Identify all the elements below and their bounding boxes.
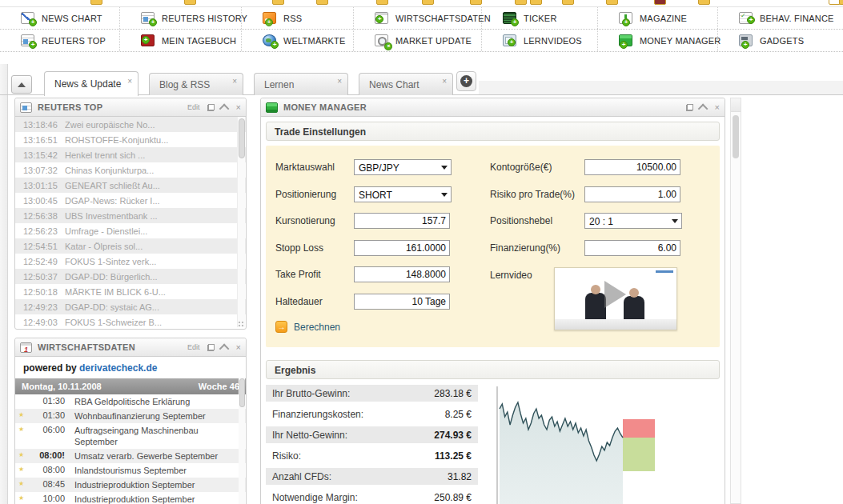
- news-row[interactable]: 12:50:18 MÄRKTE IM BLICK 6-U...: [15, 284, 246, 299]
- resize-grip[interactable]: [237, 320, 244, 327]
- toolbar-item[interactable]: MAGAZINE: [598, 7, 718, 29]
- toolbar-item-label: REUTERS HISTORY: [162, 14, 247, 23]
- form-select[interactable]: SHORT: [354, 186, 452, 202]
- result-value: 113.25 €: [435, 450, 478, 462]
- tab-label: Lernen: [255, 79, 337, 90]
- widget-icon: [263, 34, 276, 46]
- cropped-icon: [376, 0, 388, 5]
- close-icon[interactable]: ×: [236, 343, 241, 351]
- form-input[interactable]: [584, 240, 680, 256]
- form-input[interactable]: [584, 186, 680, 202]
- news-row[interactable]: 13:18:46 Zwei europäische No...: [15, 117, 246, 132]
- news-row[interactable]: 12:50:37 DGAP-DD: Bürgerlich...: [15, 269, 246, 284]
- news-time: 13:00:45: [15, 196, 65, 206]
- collapse-icon[interactable]: [219, 103, 229, 114]
- edit-button[interactable]: Edit: [187, 103, 200, 111]
- news-row[interactable]: 12:56:23 Umfrage - Dienstlei...: [15, 223, 246, 238]
- berechnen-button[interactable]: → Berechnen: [275, 321, 340, 333]
- toolbar-item[interactable]: REUTERS HISTORY: [120, 7, 242, 29]
- calendar-event-row: ★ 01:30 Wohnbaufinanzierung September: [15, 409, 246, 423]
- news-row[interactable]: 13:15:42 Henkel trennt sich ...: [15, 147, 246, 162]
- toolbar-item-label: LERNVIDEOS: [524, 36, 582, 46]
- news-row[interactable]: 12:54:51 Katar - Ölpreis sol...: [15, 238, 246, 254]
- collapse-toolbar-button[interactable]: [11, 75, 32, 94]
- form-input[interactable]: [354, 294, 450, 310]
- news-scrollbar[interactable]: [237, 117, 245, 327]
- news-row[interactable]: 12:49:03 FOKUS 1-Schweizer B...: [15, 314, 246, 330]
- tab-close-icon[interactable]: ×: [232, 77, 243, 92]
- trade-settings-form: MarktauswahlGBP/JPYPositionierungSHORTKu…: [266, 146, 720, 347]
- edit-button[interactable]: Edit: [187, 343, 200, 351]
- settings-section-header: Trade Einstellungen: [266, 122, 720, 141]
- widget-icon: [739, 34, 753, 46]
- collapse-icon[interactable]: [697, 103, 708, 114]
- toolbar-item[interactable]: NEWS CHART: [0, 7, 120, 29]
- toolbar-item-label: RSS: [283, 14, 302, 23]
- event-time: 01:30: [30, 410, 74, 420]
- news-time: 12:56:38: [15, 211, 65, 221]
- result-value: 31.82: [448, 471, 478, 482]
- news-row[interactable]: 12:56:38 UBS Investmentbank ...: [15, 208, 246, 223]
- toolbar-item[interactable]: BEHAV. FINANCE: [718, 7, 843, 29]
- form-select[interactable]: GBP/JPY: [354, 159, 452, 175]
- form-select[interactable]: 20 : 1: [584, 213, 682, 229]
- tab-close-icon[interactable]: ×: [127, 77, 138, 92]
- result-row: Anzahl CFDs: 31.82: [266, 468, 478, 485]
- news-row[interactable]: 13:01:15 GENEART schließt Au...: [15, 178, 246, 193]
- news-row[interactable]: 12:49:23 DGAP-DD: systaic AG...: [15, 299, 246, 314]
- form-input[interactable]: [584, 159, 680, 175]
- close-icon[interactable]: ×: [715, 103, 720, 111]
- popout-icon[interactable]: [686, 104, 693, 111]
- news-row[interactable]: 12:52:49 FOKUS 1-Sintez verk...: [15, 254, 246, 269]
- calendar-event-row: ★ 10:00 Industrieproduktion September: [15, 492, 246, 504]
- lernvideo-thumbnail[interactable]: [554, 267, 677, 330]
- result-value: 283.18 €: [434, 388, 478, 399]
- price-chart: [496, 385, 720, 504]
- popout-icon[interactable]: [207, 344, 215, 351]
- tab[interactable]: News Chart ×: [359, 73, 453, 95]
- scrollbar-thumb[interactable]: [239, 118, 245, 158]
- toolbar-item[interactable]: WELTMÄRKTE: [242, 30, 354, 51]
- scrollbar-thumb[interactable]: [733, 115, 739, 158]
- derivatecheck-link[interactable]: derivatecheck.de: [79, 362, 157, 374]
- page-scrollbar[interactable]: [730, 98, 741, 504]
- toolbar-item[interactable]: MARKET UPDATE: [354, 30, 482, 51]
- toolbar-item[interactable]: LERNVIDEOS: [482, 30, 598, 51]
- news-row[interactable]: 13:07:32 Chinas Konjunkturpa...: [15, 162, 246, 178]
- toolbar-item[interactable]: REUTERS TOP: [0, 30, 120, 51]
- toolbar-item[interactable]: GADGETS: [718, 30, 843, 51]
- collapsed-side-rail[interactable]: [0, 64, 8, 504]
- tab-close-icon[interactable]: ×: [442, 77, 452, 92]
- toolbar-item[interactable]: MONEY MANAGER: [598, 30, 718, 51]
- tab[interactable]: Blog & RSS ×: [149, 73, 243, 95]
- form-input[interactable]: [354, 266, 450, 282]
- importance-star-icon: ★: [15, 410, 30, 420]
- form-label: Haltedauer: [275, 296, 323, 307]
- tab[interactable]: News & Update ×: [44, 71, 138, 96]
- news-row[interactable]: 13:00:45 DGAP-News: Rücker I...: [15, 193, 246, 208]
- form-input[interactable]: [354, 240, 450, 256]
- tab-label: Blog & RSS: [150, 79, 232, 90]
- tab-close-icon[interactable]: ×: [337, 77, 347, 92]
- calendar-scrollbar[interactable]: [239, 378, 245, 504]
- toolbar-item[interactable]: WIRTSCHAFTSDATEN: [354, 7, 482, 29]
- toolbar-item[interactable]: MEIN TAGEBUCH: [120, 30, 242, 51]
- scroll-up-button[interactable]: [731, 98, 741, 112]
- importance-star-icon: ★: [15, 479, 30, 489]
- arrow-right-icon: →: [275, 321, 287, 333]
- toolbar-item-label: REUTERS TOP: [42, 36, 106, 46]
- popout-icon[interactable]: [207, 104, 215, 111]
- tabs: News & Update × Blog & RSS × Lernen × Ne…: [44, 71, 453, 95]
- news-row[interactable]: 13:16:51 ROHSTOFFE-Konjunktu...: [15, 132, 246, 147]
- tab[interactable]: Lernen ×: [254, 73, 348, 95]
- toolbar-item[interactable]: RSS: [242, 7, 354, 29]
- scrollbar-thumb[interactable]: [239, 378, 245, 407]
- collapse-icon[interactable]: [219, 343, 229, 354]
- widget-icon: [21, 34, 34, 46]
- news-time: 12:49:23: [15, 302, 65, 312]
- close-icon[interactable]: ×: [236, 103, 241, 111]
- toolbar-item[interactable]: TICKER: [482, 7, 598, 29]
- form-input[interactable]: [354, 213, 450, 229]
- add-tab-button[interactable]: +: [456, 71, 476, 91]
- event-time: 06:00: [30, 425, 74, 434]
